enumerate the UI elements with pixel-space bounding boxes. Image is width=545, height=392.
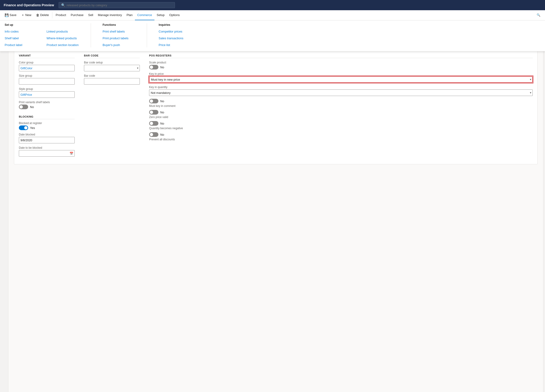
new-icon: ＋ — [21, 13, 25, 17]
blocked-at-register-label: Yes — [30, 126, 35, 130]
setup-section-2: Linked products Where-linked products Pr… — [47, 23, 79, 47]
scale-product-track — [149, 65, 158, 69]
date-to-be-blocked-wrapper: 📅 — [19, 150, 75, 157]
new-button[interactable]: ＋ New — [19, 10, 34, 20]
product-section-location-item[interactable]: Product section location — [47, 43, 79, 48]
scale-product-label-top: Scale product — [149, 61, 533, 64]
scale-product-label: No — [160, 66, 164, 69]
price-list-item[interactable]: Price list — [159, 43, 191, 48]
buyers-push-item[interactable]: Buyer's push — [103, 43, 135, 48]
zero-price-valid-row: No — [149, 110, 533, 115]
product-menu-button[interactable]: Product — [53, 10, 68, 20]
quantity-becomes-negative-row: No — [149, 121, 533, 126]
command-bar: 💾 Save ＋ New 🗑 Delete Product Purchase S… — [0, 10, 545, 20]
barcode-field: Bar code — [84, 74, 140, 84]
must-key-in-comment-field-label: Must key in comment — [149, 104, 533, 108]
date-to-be-blocked-label: Date to be blocked — [19, 146, 75, 149]
product-label-item[interactable]: Product label — [5, 43, 37, 48]
size-group-input[interactable] — [19, 78, 75, 84]
plan-menu-button[interactable]: Plan — [124, 10, 135, 20]
size-group-field: Size group — [19, 74, 75, 84]
manage-inventory-menu-button[interactable]: Manage inventory — [96, 10, 124, 20]
barcode-header: BAR CODE — [84, 54, 140, 58]
competitor-prices-item[interactable]: Competitor prices — [159, 29, 191, 34]
barcode-input[interactable] — [84, 78, 140, 84]
delete-button[interactable]: 🗑 Delete — [34, 10, 51, 20]
zero-price-valid-track — [149, 110, 158, 115]
search-command-button[interactable]: 🔍 — [534, 10, 543, 20]
prevent-all-discounts-toggle[interactable] — [149, 132, 158, 137]
info-codes-item[interactable]: Info codes — [5, 29, 37, 34]
blocked-at-register-label-top: Blocked at register — [19, 121, 75, 125]
search-input[interactable] — [67, 4, 172, 7]
dropdown-divider-2 — [147, 23, 147, 47]
style-group-input[interactable] — [19, 91, 75, 98]
color-group-input[interactable] — [19, 65, 75, 71]
blocked-at-register-toggle[interactable] — [19, 126, 28, 130]
date-blocked-input[interactable] — [19, 137, 75, 143]
key-in-quantity-wrapper: Not mandatory Mandatory Not allowed ▾ — [149, 90, 533, 96]
form-grid: VARIANT Color group Size group Style gro… — [19, 54, 533, 159]
search-command-icon: 🔍 — [537, 13, 540, 17]
commerce-menu-button[interactable]: Commerce — [135, 10, 155, 20]
color-group-field: Color group — [19, 61, 75, 71]
scale-product-toggle[interactable] — [149, 65, 158, 69]
page-container: ⚗ ☰ Released product details Digital Gif… — [0, 20, 545, 392]
barcode-setup-select[interactable] — [84, 65, 140, 71]
print-variants-field-label: Print variants shelf labels — [19, 101, 75, 104]
print-variants-label: No — [30, 105, 34, 109]
quantity-becomes-negative-toggle[interactable] — [149, 121, 158, 126]
color-group-label: Color group — [19, 61, 75, 64]
size-group-label: Size group — [19, 74, 75, 77]
quantity-becomes-negative-track — [149, 121, 158, 126]
print-product-labels-item[interactable]: Print product labels — [103, 36, 135, 41]
prevent-all-discounts-row: No — [149, 132, 533, 137]
app-title: Finance and Operations Preview — [4, 3, 54, 7]
setup-menu-button[interactable]: Setup — [155, 10, 167, 20]
blocked-at-register-row: Yes — [19, 126, 75, 130]
where-linked-products-item[interactable]: Where-linked products — [47, 36, 79, 41]
barcode-setup-label: Bar code setup — [84, 61, 140, 64]
key-in-price-select[interactable]: Must key in new price Not mandatory Not … — [149, 76, 533, 83]
key-in-quantity-label: Key in quantity — [149, 85, 533, 89]
linked-products-item[interactable]: Linked products — [47, 29, 79, 34]
style-group-label: Style group — [19, 87, 75, 91]
commerce-section: Commerce ∧ VARIANT Color group Size grou… — [14, 39, 538, 164]
barcode-setup-wrapper: ▾ — [84, 65, 140, 71]
variant-column: VARIANT Color group Size group Style gro… — [19, 54, 75, 159]
purchase-menu-button[interactable]: Purchase — [68, 10, 86, 20]
commerce-dropdown: Set up Info codes Shelf label Product la… — [0, 20, 545, 51]
must-key-in-comment-row: No — [149, 99, 533, 103]
save-icon: 💾 — [5, 13, 9, 17]
zero-price-valid-toggle[interactable] — [149, 110, 158, 115]
key-in-price-label: Key in price — [149, 72, 533, 76]
sidebar: ⚗ ☰ — [0, 20, 8, 392]
quantity-becomes-negative-field-label: Quantity becomes negative — [149, 127, 533, 130]
barcode-label: Bar code — [84, 74, 140, 77]
sell-menu-button[interactable]: Sell — [86, 10, 96, 20]
print-variants-track — [19, 105, 28, 109]
options-menu-button[interactable]: Options — [167, 10, 182, 20]
blocking-header: BLOCKING — [19, 115, 75, 119]
print-shelf-labels-item[interactable]: Print shelf labels — [103, 29, 135, 34]
date-to-be-blocked-input[interactable] — [19, 150, 75, 157]
shelf-label-item[interactable]: Shelf label — [5, 36, 37, 41]
key-in-price-field: Key in price Must key in new price Not m… — [149, 72, 533, 83]
save-button[interactable]: 💾 Save — [2, 10, 19, 20]
delete-icon: 🗑 — [36, 13, 39, 17]
right-scrollbar[interactable] — [543, 20, 545, 392]
barcode-column: BAR CODE Bar code setup ▾ Bar co — [84, 54, 140, 159]
print-variants-toggle[interactable] — [19, 105, 28, 109]
key-in-price-wrapper: Must key in new price Not mandatory Not … — [149, 76, 533, 83]
style-group-field: Style group — [19, 87, 75, 98]
scale-product-row: No — [149, 65, 533, 69]
inquiries-section: Inquiries Competitor prices Sales transa… — [159, 23, 191, 47]
must-key-in-comment-toggle[interactable] — [149, 99, 158, 103]
key-in-quantity-select[interactable]: Not mandatory Mandatory Not allowed — [149, 90, 533, 96]
sales-transactions-item[interactable]: Sales transactions — [159, 36, 191, 41]
search-bar[interactable]: 🔍 — [59, 2, 175, 8]
date-blocked-field: Date blocked — [19, 133, 75, 143]
section-body: VARIANT Color group Size group Style gro… — [14, 49, 537, 164]
functions-section: Functions Print shelf labels Print produ… — [103, 23, 135, 47]
search-icon: 🔍 — [61, 3, 65, 7]
